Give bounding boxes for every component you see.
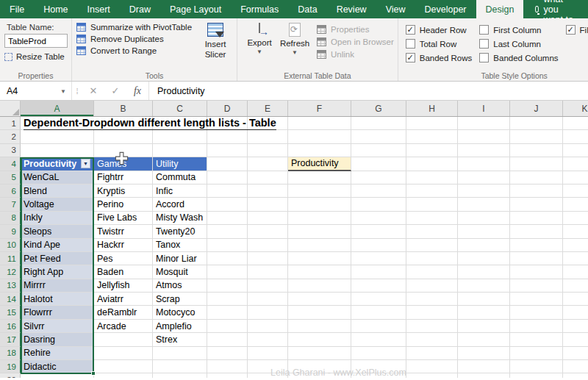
insert-slicer-button[interactable]: Insert Slicer <box>198 21 233 60</box>
cell-D13[interactable] <box>207 279 248 293</box>
cell-C20[interactable] <box>153 373 207 378</box>
row-header-15[interactable]: 15 <box>0 306 21 319</box>
cell-G2[interactable] <box>351 130 406 143</box>
cell-K3[interactable] <box>563 144 588 157</box>
cell-B15[interactable]: deRamblr <box>94 306 153 319</box>
cell-J18[interactable] <box>510 347 563 360</box>
refresh-button[interactable]: ⟳ Refresh ▼ <box>277 21 312 59</box>
cell-F17[interactable] <box>288 333 351 346</box>
cell-H7[interactable] <box>406 198 458 211</box>
cell-C19[interactable] <box>153 360 207 373</box>
cell-D14[interactable] <box>207 293 248 306</box>
column-header-e[interactable]: E <box>248 101 288 116</box>
cell-A2[interactable] <box>21 130 94 143</box>
cell-I19[interactable] <box>458 360 510 373</box>
cell-E4[interactable] <box>248 157 288 171</box>
cell-C11[interactable]: Minor Liar <box>153 252 207 265</box>
cell-A6[interactable]: Blend <box>21 184 94 198</box>
cell-E14[interactable] <box>248 293 288 306</box>
cell-D5[interactable] <box>207 171 248 184</box>
cell-J6[interactable] <box>510 184 563 198</box>
table-header-utility[interactable]: Utility <box>153 157 207 171</box>
cell-C9[interactable]: Twenty20 <box>153 225 207 238</box>
cell-A10[interactable]: Kind Ape <box>21 239 94 252</box>
cell-G11[interactable] <box>351 252 406 265</box>
cell-J20[interactable] <box>510 373 563 378</box>
column-header-j[interactable]: J <box>510 101 563 116</box>
cell-G15[interactable] <box>351 306 406 319</box>
cell-E3[interactable] <box>248 144 288 157</box>
cell-E11[interactable] <box>248 252 288 265</box>
cell-B16[interactable]: Arcade <box>94 320 153 333</box>
cell-B7[interactable]: Perino <box>94 198 153 211</box>
tab-design[interactable]: Design <box>476 0 524 18</box>
cell-I6[interactable] <box>458 184 510 198</box>
cell-H1[interactable] <box>406 117 458 130</box>
cell-A8[interactable]: Inkly <box>21 212 94 225</box>
cell-C18[interactable] <box>153 347 207 360</box>
cell-I14[interactable] <box>458 293 510 306</box>
row-header-13[interactable]: 13 <box>0 279 21 293</box>
cell-G16[interactable] <box>351 320 406 333</box>
cell-B14[interactable]: Aviatrr <box>94 293 153 306</box>
cell-J13[interactable] <box>510 279 563 293</box>
tab-formulas[interactable]: Formulas <box>231 0 288 18</box>
banded-columns-checkbox[interactable]: Banded Columns <box>479 53 558 62</box>
cell-D6[interactable] <box>207 184 248 198</box>
cell-K6[interactable] <box>563 184 588 198</box>
cell-D8[interactable] <box>207 212 248 225</box>
cell-F8[interactable] <box>288 212 351 225</box>
checkbox-box[interactable] <box>479 53 489 62</box>
cell-I16[interactable] <box>458 320 510 333</box>
cell-K18[interactable] <box>563 347 588 360</box>
filter-button-checkbox[interactable]: ✓Filter Button <box>566 25 588 35</box>
column-header-g[interactable]: G <box>351 101 406 116</box>
column-header-h[interactable]: H <box>406 101 458 116</box>
cell-B18[interactable] <box>94 347 153 360</box>
cell-G18[interactable] <box>351 347 406 360</box>
cell-B11[interactable]: Pes <box>94 252 153 265</box>
cell-I4[interactable] <box>458 157 510 171</box>
tell-me-box[interactable]: Tell me what you want to do <box>525 0 588 18</box>
cell-G12[interactable] <box>351 265 406 279</box>
header-row-checkbox[interactable]: ✓Header Row <box>406 25 473 35</box>
cell-E8[interactable] <box>248 212 288 225</box>
cell-A9[interactable]: Sleops <box>21 225 94 238</box>
first-column-checkbox[interactable]: First Column <box>479 25 558 35</box>
filter-dropdown-button[interactable]: ▼ <box>81 159 90 168</box>
cell-F5[interactable] <box>288 171 351 184</box>
cell-E12[interactable] <box>248 265 288 279</box>
row-header-7[interactable]: 7 <box>0 198 21 211</box>
checkbox-box[interactable] <box>479 39 489 49</box>
cell-B8[interactable]: Five Labs <box>94 212 153 225</box>
cell-A14[interactable]: Halotot <box>21 293 94 306</box>
cell-D4[interactable] <box>207 157 248 171</box>
cell-I20[interactable] <box>458 373 510 378</box>
cell-D7[interactable] <box>207 198 248 211</box>
cell-K13[interactable] <box>563 279 588 293</box>
refresh-dropdown-arrow[interactable]: ▼ <box>292 49 298 57</box>
cell-J8[interactable] <box>510 212 563 225</box>
row-header-9[interactable]: 9 <box>0 225 21 238</box>
cell-I7[interactable] <box>458 198 510 211</box>
cell-I13[interactable] <box>458 279 510 293</box>
cell-K7[interactable] <box>563 198 588 211</box>
cell-I11[interactable] <box>458 252 510 265</box>
cell-C13[interactable]: Atmos <box>153 279 207 293</box>
cell-C15[interactable]: Motocyco <box>153 306 207 319</box>
cell-H17[interactable] <box>406 333 458 346</box>
cell-I2[interactable] <box>458 130 510 143</box>
cell-H10[interactable] <box>406 239 458 252</box>
cell-F6[interactable] <box>288 184 351 198</box>
cell-B5[interactable]: Fightrr <box>94 171 153 184</box>
cell-B13[interactable]: Jellyfish <box>94 279 153 293</box>
tab-view[interactable]: View <box>376 0 415 18</box>
remove-duplicates-button[interactable]: Remove Duplicates <box>76 35 192 43</box>
cell-J7[interactable] <box>510 198 563 211</box>
cell-F14[interactable] <box>288 293 351 306</box>
cell-B3[interactable] <box>94 144 153 157</box>
cell-K10[interactable] <box>563 239 588 252</box>
cell-I3[interactable] <box>458 144 510 157</box>
cell-D15[interactable] <box>207 306 248 319</box>
cell-A7[interactable]: Voltage <box>21 198 94 211</box>
